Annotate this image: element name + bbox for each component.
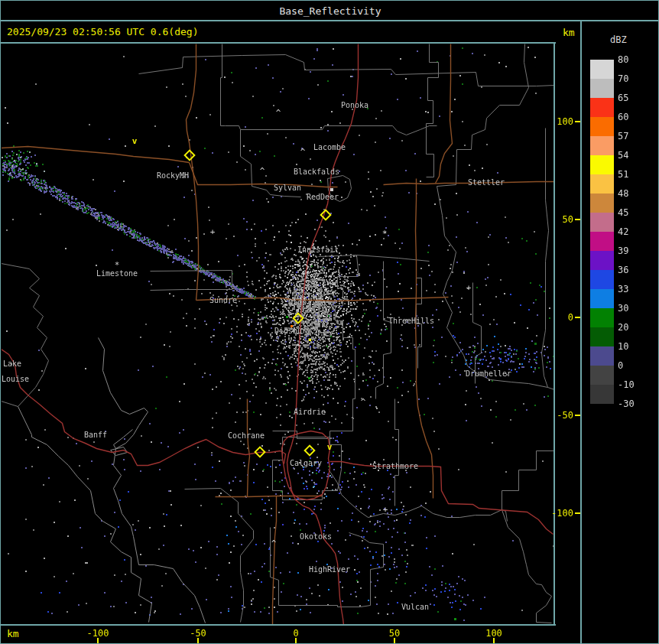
colorbar-swatch <box>590 232 614 251</box>
bottom-axis-tick <box>295 638 297 643</box>
colorbar-label: 57 <box>618 131 628 141</box>
bottom-axis-tick-label: -100 <box>87 628 109 639</box>
colorbar-label: 33 <box>618 284 628 294</box>
right-axis-tick <box>575 219 580 220</box>
colorbar-label: 51 <box>618 169 628 180</box>
colorbar-swatch <box>590 60 614 79</box>
colorbar-label: 30 <box>618 303 628 314</box>
right-axis-tick <box>575 415 580 416</box>
right-axis-tick-label: 0 <box>568 312 573 323</box>
colorbar-swatch <box>590 194 614 213</box>
colorbar-swatch <box>590 327 614 346</box>
axis-unit-bottom: km <box>7 628 19 639</box>
right-axis-tick-label: 50 <box>563 214 573 225</box>
title-bar: Base_Reflectivity <box>1 1 659 21</box>
colorbar-swatch <box>590 213 614 232</box>
bottom-axis-tick-label: 50 <box>389 628 400 639</box>
colorbar-label: 39 <box>618 246 628 256</box>
colorbar-label: 80 <box>618 54 628 65</box>
colorbar-swatch <box>590 174 614 194</box>
bottom-axis-tick-label: 0 <box>293 628 298 639</box>
colorbar-label: -30 <box>618 398 635 409</box>
bottom-axis-tick <box>197 638 199 643</box>
right-axis-tick <box>575 121 580 122</box>
radar-map-canvas[interactable] <box>2 44 554 625</box>
radar-viewer-window: Base_Reflectivity 2025/09/23 02:50:56 UT… <box>0 0 659 644</box>
right-axis-tick <box>575 512 580 514</box>
map-border-top <box>1 42 556 44</box>
colorbar-swatch <box>590 155 614 174</box>
colorbar-label: 65 <box>618 93 628 103</box>
right-axis-tick-label: -50 <box>557 410 573 421</box>
bottom-axis-tick <box>394 638 395 643</box>
bottom-axis-tick-label: 100 <box>485 628 502 639</box>
colorbar-label: 45 <box>618 207 628 218</box>
colorbar-swatch <box>590 136 614 155</box>
colorbar-swatch <box>590 270 614 289</box>
colorbar-label: 0 <box>618 360 623 371</box>
colorbar-label: 60 <box>618 112 628 122</box>
colorbar-swatch <box>590 251 614 270</box>
colorbar-label: 10 <box>618 341 628 352</box>
bottom-axis-tick-label: -50 <box>190 628 206 639</box>
colorbar-swatch <box>590 79 614 98</box>
map-border-bottom <box>1 624 556 626</box>
colorbar-swatch <box>590 289 614 308</box>
colorbar-label: 70 <box>618 73 628 84</box>
right-axis-tick-label: 100 <box>557 116 573 127</box>
colorbar-swatch <box>590 308 614 327</box>
scan-timestamp: 2025/09/23 02:50:56 UTC 0.6(deg) <box>7 26 198 37</box>
colorbar-label: -10 <box>618 379 635 390</box>
colorbar-swatch <box>590 385 614 404</box>
colorbar-label: 54 <box>618 150 628 161</box>
map-border-right <box>553 42 555 626</box>
colorbar-label: 36 <box>618 265 628 275</box>
bottom-axis-tick <box>97 638 99 643</box>
colorbar-swatch <box>590 117 614 136</box>
colorbar-swatch <box>590 366 614 385</box>
right-axis-tick <box>575 317 580 318</box>
colorbar-swatch <box>590 98 614 117</box>
window-title: Base_Reflectivity <box>279 5 381 17</box>
colorbar-label: 20 <box>618 322 628 333</box>
axis-unit-top: km <box>563 27 575 38</box>
colorbar-label: 48 <box>618 188 628 199</box>
panel-separator <box>580 21 582 644</box>
colorbar-label: 42 <box>618 226 628 237</box>
colorbar-swatch <box>590 346 614 366</box>
colorbar-title: dBZ <box>610 34 627 45</box>
bottom-axis-tick <box>493 638 495 643</box>
